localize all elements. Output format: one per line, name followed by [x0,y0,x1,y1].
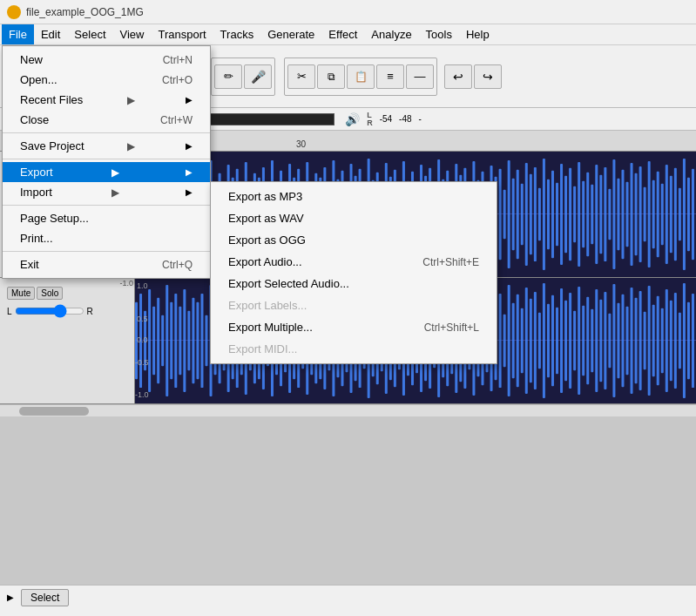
file-menu-new[interactable]: New Ctrl+N [3,50,210,70]
menu-edit[interactable]: Edit [34,24,67,44]
svg-rect-100 [564,176,567,253]
svg-rect-87 [508,160,510,268]
svg-text:0.5: 0.5 [137,315,148,323]
svg-rect-257 [661,308,664,373]
export-selected-audio[interactable]: Export Selected Audio... [211,273,497,294]
svg-rect-121 [657,172,659,257]
file-menu-print[interactable]: Print... [3,228,210,248]
silence-btn[interactable]: — [406,64,434,89]
menu-tools[interactable]: Tools [419,24,459,44]
menu-tracks[interactable]: Tracks [213,24,261,44]
window-title: file_example_OOG_1MG [26,6,144,18]
svg-rect-104 [582,181,585,247]
menu-generate[interactable]: Generate [260,24,321,44]
file-menu-export[interactable]: Export ▶ [3,162,210,182]
svg-rect-149 [187,311,190,371]
svg-rect-91 [525,163,528,266]
svg-rect-236 [569,293,571,389]
export-multiple[interactable]: Export Multiple... Ctrl+Shift+L [211,316,497,338]
export-as-wav[interactable]: Export as WAV [211,207,497,229]
svg-rect-245 [608,314,611,369]
svg-rect-258 [666,289,668,392]
mic-btn[interactable]: 🎤 [244,64,272,89]
svg-rect-122 [661,184,664,246]
status-select-button[interactable]: Select [21,589,69,606]
file-menu-close[interactable]: Close Ctrl+W [3,110,210,130]
file-menu-sep2 [3,159,210,159]
horizontal-scrollbar[interactable] [0,404,696,416]
svg-rect-142 [157,298,159,383]
file-menu-open[interactable]: Open... Ctrl+O [3,70,210,90]
track-2-mute-btn[interactable]: Mute [7,287,35,300]
svg-rect-94 [538,188,541,241]
menu-file[interactable]: File [2,24,34,44]
svg-rect-251 [635,298,638,383]
export-submenu: Export as MP3 Export as WAV Export as OG… [210,181,497,364]
svg-rect-239 [582,306,585,376]
file-menu-exit[interactable]: Exit Ctrl+Q [3,254,210,274]
svg-rect-143 [161,315,164,367]
lr-label: LR [367,112,373,127]
svg-rect-98 [556,183,558,246]
svg-rect-221 [503,315,506,368]
volume-icon: 🔊 [345,112,360,126]
pencil-tool-btn[interactable]: ✏ [214,64,242,89]
svg-rect-231 [547,304,550,377]
svg-rect-103 [578,162,580,267]
svg-rect-127 [683,159,686,270]
copy-btn[interactable]: ⧉ [317,64,345,89]
file-menu-recent[interactable]: Recent Files ▶ [3,90,210,110]
file-menu-pagesetup[interactable]: Page Setup... [3,208,210,228]
svg-rect-222 [508,285,510,396]
track-2-gain-slider[interactable] [15,306,84,316]
svg-rect-244 [604,292,606,389]
meter-right-minus54: -54 [380,114,392,124]
redo-btn[interactable]: ↪ [474,64,502,89]
svg-rect-253 [644,312,646,370]
file-menu-import[interactable]: Import ▶ [3,182,210,202]
trim-btn[interactable]: ≡ [376,64,404,89]
status-triangle: ▶ [7,592,14,602]
svg-rect-150 [192,298,194,383]
cut-btn[interactable]: ✂ [287,64,315,89]
svg-rect-144 [166,285,168,396]
menu-select[interactable]: Select [67,24,112,44]
menu-analyze[interactable]: Analyze [364,24,418,44]
meter-right-minus48: -48 [399,114,411,124]
menu-help[interactable]: Help [459,24,497,44]
svg-rect-230 [543,283,545,398]
menu-view[interactable]: View [113,24,152,44]
svg-rect-224 [517,294,519,387]
export-as-ogg[interactable]: Export as OGG [211,229,497,251]
svg-rect-223 [512,303,515,378]
svg-rect-225 [521,308,524,373]
svg-rect-120 [652,180,655,248]
undo-btn[interactable]: ↩ [444,64,472,89]
svg-rect-117 [639,166,642,262]
menu-effect[interactable]: Effect [321,24,364,44]
svg-rect-248 [621,294,624,387]
svg-rect-111 [612,159,615,269]
svg-rect-254 [648,286,651,396]
svg-rect-146 [174,294,177,388]
svg-rect-110 [608,189,611,240]
svg-rect-88 [512,179,515,250]
svg-rect-227 [530,299,532,382]
svg-rect-95 [543,159,545,270]
file-menu-sep1 [3,132,210,133]
menu-bar: File Edit Select View Transport Tracks G… [0,24,696,45]
paste-btn[interactable]: 📋 [347,64,375,89]
svg-rect-234 [560,288,563,393]
export-audio[interactable]: Export Audio... Ctrl+Shift+E [211,251,497,273]
track-2-info: Mute Solo L R [0,278,135,403]
track-2-solo-btn[interactable]: Solo [37,287,63,300]
svg-rect-232 [551,295,554,386]
menu-transport[interactable]: Transport [151,24,213,44]
svg-rect-96 [547,179,550,249]
file-menu-save[interactable]: Save Project ▶ [3,136,210,156]
export-as-mp3[interactable]: Export as MP3 [211,186,497,207]
scrollbar-thumb[interactable] [19,407,89,416]
svg-rect-90 [521,184,524,246]
svg-rect-85 [499,169,502,260]
svg-rect-141 [152,307,155,375]
